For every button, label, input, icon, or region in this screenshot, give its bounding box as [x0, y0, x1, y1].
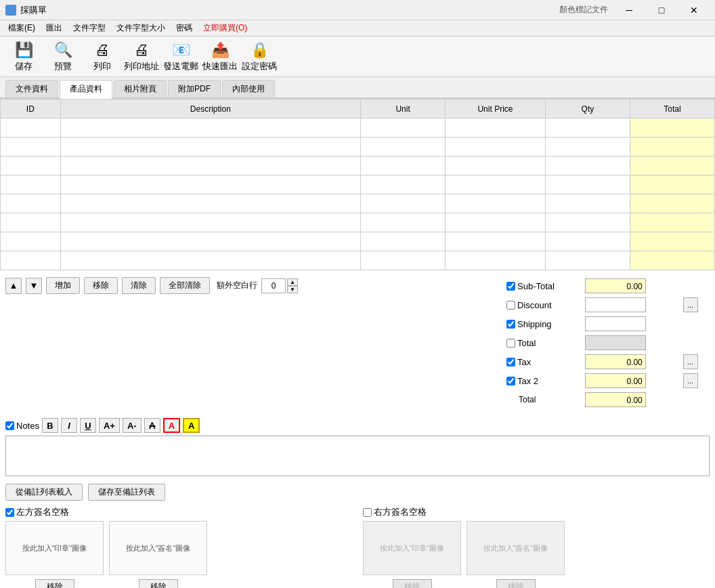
add-row-button[interactable]: 增加 [46, 277, 80, 294]
table-cell[interactable] [630, 232, 714, 251]
table-row[interactable] [1, 175, 715, 194]
quick-export-button[interactable]: 📤 快速匯出 [202, 39, 238, 75]
table-cell[interactable] [545, 119, 630, 138]
table-cell[interactable] [361, 138, 446, 156]
menu-password[interactable]: 密碼 [171, 21, 198, 35]
discount-checkbox[interactable] [506, 301, 515, 310]
font-increase-button[interactable]: A+ [99, 418, 120, 433]
table-cell[interactable] [446, 138, 546, 156]
menu-font[interactable]: 文件字型 [68, 21, 111, 35]
table-cell[interactable] [361, 156, 446, 175]
font-color-red-button[interactable]: A [163, 418, 180, 433]
tab-photo[interactable]: 相片附頁 [114, 80, 167, 98]
underline-button[interactable]: U [80, 418, 96, 433]
table-cell[interactable] [60, 119, 360, 138]
notes-checkbox[interactable] [5, 421, 14, 430]
table-cell[interactable] [545, 138, 630, 156]
table-cell[interactable] [630, 138, 714, 156]
notes-checkbox-label[interactable]: Notes [5, 421, 39, 431]
move-down-button[interactable]: ▼ [26, 278, 42, 294]
table-cell[interactable] [545, 213, 630, 232]
minimize-button[interactable]: ─ [613, 0, 645, 20]
tax-btn[interactable]: ... [683, 354, 698, 369]
table-cell[interactable] [630, 213, 714, 232]
clear-button[interactable]: 清除 [122, 277, 156, 294]
print-address-button[interactable]: 🖨 列印地址 [123, 39, 160, 75]
spinner-up-button[interactable]: ▲ [287, 278, 298, 286]
save-button[interactable]: 💾 儲存 [5, 39, 42, 75]
tab-pdf[interactable]: 附加PDF [168, 80, 221, 98]
table-cell[interactable] [361, 251, 446, 270]
table-cell[interactable] [60, 156, 360, 175]
left-sig-stamp-remove[interactable]: 移除 [35, 579, 74, 588]
menu-fontsize[interactable]: 文件字型大小 [111, 21, 171, 35]
menu-buy[interactable]: 立即購買(O) [198, 21, 253, 35]
print-button[interactable]: 🖨 列印 [84, 39, 121, 75]
table-cell[interactable] [630, 119, 714, 138]
table-cell[interactable] [446, 251, 546, 270]
tab-product[interactable]: 產品資料 [60, 80, 112, 99]
total-checkbox[interactable] [506, 339, 515, 348]
right-sig-checkbox[interactable] [363, 508, 372, 517]
table-row[interactable] [1, 213, 715, 232]
subtotal-checkbox[interactable] [506, 282, 515, 291]
left-sig-checkbox-label[interactable]: 左方簽名空格 [5, 506, 69, 518]
discount-btn[interactable]: ... [683, 297, 698, 312]
tax2-checkbox-label[interactable]: Tax 2 [506, 376, 581, 386]
table-cell[interactable] [1, 138, 61, 156]
table-row[interactable] [1, 119, 715, 138]
tax2-btn[interactable]: ... [683, 373, 698, 388]
table-cell[interactable] [545, 232, 630, 251]
close-button[interactable]: ✕ [678, 0, 710, 20]
send-email-button[interactable]: 📧 發送電郵 [162, 39, 199, 75]
table-cell[interactable] [1, 156, 61, 175]
table-cell[interactable] [545, 251, 630, 270]
table-cell[interactable] [1, 119, 61, 138]
left-sig-checkbox[interactable] [5, 508, 14, 517]
table-cell[interactable] [60, 232, 360, 251]
table-cell[interactable] [60, 213, 360, 232]
left-sig-sign-box[interactable]: 按此加入"簽名"圖像 [109, 521, 207, 575]
table-row[interactable] [1, 232, 715, 251]
maximize-button[interactable]: □ [646, 0, 677, 20]
load-notes-button[interactable]: 從備註列表載入 [5, 484, 83, 501]
clear-all-button[interactable]: 全部清除 [160, 277, 210, 294]
table-row[interactable] [1, 251, 715, 270]
table-cell[interactable] [60, 175, 360, 194]
table-cell[interactable] [446, 213, 546, 232]
table-row[interactable] [1, 156, 715, 175]
subtotal-checkbox-label[interactable]: Sub-Total [506, 281, 581, 291]
spinner-input[interactable] [261, 278, 286, 293]
table-cell[interactable] [630, 175, 714, 194]
font-decrease-button[interactable]: A- [123, 418, 142, 433]
table-cell[interactable] [60, 138, 360, 156]
table-cell[interactable] [361, 213, 446, 232]
move-up-button[interactable]: ▲ [5, 278, 22, 294]
table-cell[interactable] [361, 175, 446, 194]
tab-document[interactable]: 文件資料 [5, 80, 58, 98]
table-cell[interactable] [1, 175, 61, 194]
table-cell[interactable] [1, 232, 61, 251]
table-cell[interactable] [446, 194, 546, 213]
table-cell[interactable] [630, 194, 714, 213]
table-cell[interactable] [1, 213, 61, 232]
table-cell[interactable] [361, 232, 446, 251]
notes-textarea[interactable] [5, 436, 710, 476]
table-cell[interactable] [446, 119, 546, 138]
tax-checkbox[interactable] [506, 358, 515, 366]
total-checkbox-label[interactable]: Total [506, 338, 581, 348]
table-cell[interactable] [1, 251, 61, 270]
menu-file[interactable]: 檔案(E) [3, 21, 41, 35]
table-cell[interactable] [446, 232, 546, 251]
menu-export[interactable]: 匯出 [41, 21, 68, 35]
tax2-checkbox[interactable] [506, 377, 515, 385]
left-sig-stamp-box[interactable]: 按此加入"印章"圖像 [5, 521, 104, 575]
set-password-button[interactable]: 🔒 設定密碼 [241, 39, 278, 75]
save-notes-button[interactable]: 儲存至備註列表 [88, 484, 165, 501]
table-cell[interactable] [545, 175, 630, 194]
spinner-down-button[interactable]: ▼ [287, 286, 298, 293]
table-cell[interactable] [545, 194, 630, 213]
shipping-checkbox-label[interactable]: Shipping [506, 319, 581, 329]
table-cell[interactable] [545, 156, 630, 175]
table-cell[interactable] [361, 119, 446, 138]
